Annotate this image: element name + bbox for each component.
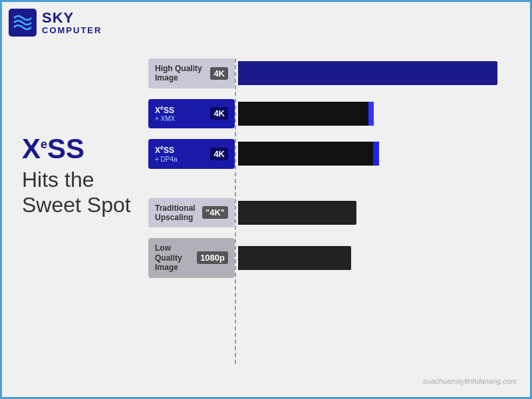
bar-track-xess-xmx: [238, 102, 520, 126]
logo-area: SKY COMPUTER: [9, 9, 102, 37]
watermark: suachuamaytinhdanang.com: [423, 377, 517, 385]
hits-text: Hits theSweet Spot: [22, 167, 131, 218]
bar-name-traditional: TraditionalUpscaling: [155, 203, 196, 223]
bar-name-xess-dp4a: XeSS+ DP4a: [155, 144, 178, 163]
bar-label-low-quality: Low QualityImage 1080p: [148, 238, 235, 277]
xess-main-title: XeSS: [22, 135, 131, 163]
xess-sup: e: [41, 138, 47, 151]
bar-label-xess-xmx: XeSS+ XMX 4K: [148, 99, 235, 128]
bar-res-low-quality: 1080p: [197, 251, 228, 264]
bar-label-traditional: TraditionalUpscaling "4K": [148, 198, 235, 228]
bar-res-traditional: "4K": [202, 206, 228, 219]
bar-track-traditional: [238, 201, 520, 225]
bar-row-low-quality: Low QualityImage 1080p: [148, 238, 520, 277]
left-title: XeSS Hits theSweet Spot: [22, 135, 131, 218]
bar-label-xess-dp4a: XeSS+ DP4a 4K: [148, 139, 235, 168]
chart-area: High QualityImage 4K XeSS+ XMX 4K XeSS+ …: [148, 59, 520, 364]
logo-icon: [9, 9, 37, 37]
bar-track-low-quality: [238, 246, 520, 270]
bar-name-high-quality: High QualityImage: [155, 64, 202, 83]
bar-accent-dp4a: [373, 142, 379, 166]
logo-text: SKY COMPUTER: [42, 10, 102, 35]
bar-row-xess-xmx: XeSS+ XMX 4K: [148, 99, 520, 128]
bar-track-xess-dp4a: [238, 142, 520, 166]
chart-spacer: [148, 180, 520, 198]
bar-track-high-quality: [238, 61, 520, 85]
logo-computer: COMPUTER: [42, 26, 102, 35]
bar-name-low-quality: Low QualityImage: [155, 243, 197, 272]
bar-accent-xmx: [368, 102, 374, 126]
bar-row-high-quality: High QualityImage 4K: [148, 59, 520, 88]
bar-label-high-quality: High QualityImage 4K: [148, 59, 235, 88]
logo-sky: SKY: [42, 10, 102, 26]
bar-row-xess-dp4a: XeSS+ DP4a 4K: [148, 139, 520, 168]
bar-fill-high-quality: [238, 61, 497, 85]
bar-name-xess-xmx: XeSS+ XMX: [155, 104, 175, 123]
main-container: SKY COMPUTER XeSS Hits theSweet Spot Hig…: [0, 0, 532, 399]
bar-fill-traditional: [238, 201, 356, 225]
bar-fill-xess-xmx: [238, 102, 374, 126]
bar-row-traditional: TraditionalUpscaling "4K": [148, 198, 520, 228]
bar-res-high-quality: 4K: [210, 67, 228, 80]
bar-fill-xess-dp4a: [238, 142, 379, 166]
bar-fill-low-quality: [238, 246, 351, 270]
chart-baseline: [235, 59, 236, 364]
bar-res-xess-dp4a: 4K: [210, 148, 228, 160]
bar-res-xess-xmx: 4K: [210, 107, 228, 120]
